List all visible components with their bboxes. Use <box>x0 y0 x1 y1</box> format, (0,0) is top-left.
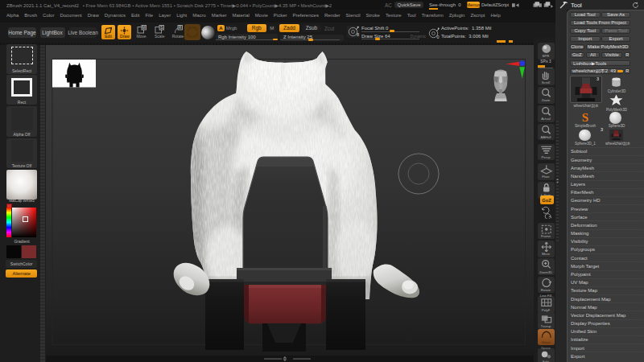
svg-text:8: 8 <box>357 31 359 36</box>
svg-text:0: 0 <box>436 35 439 39</box>
svg-text:M: M <box>142 26 145 30</box>
svg-text:S: S <box>582 111 588 124</box>
svg-text:S: S <box>160 26 163 30</box>
